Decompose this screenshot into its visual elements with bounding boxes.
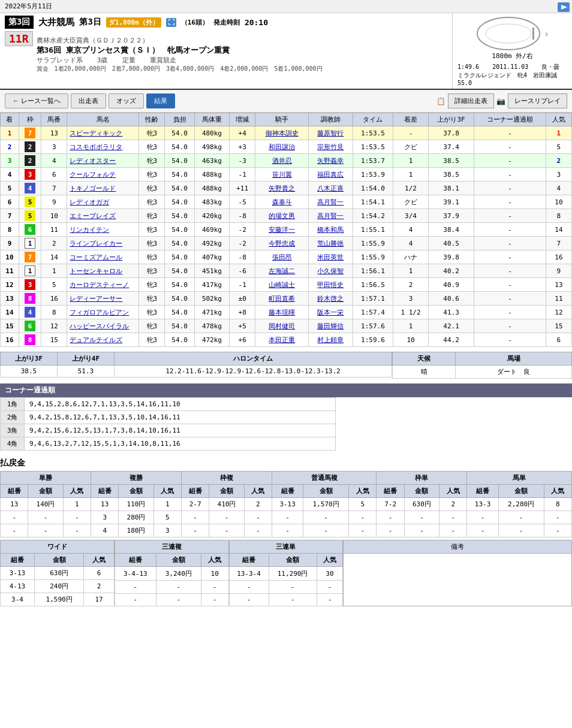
ut-num: 13-3 [467,498,498,511]
trainer-link[interactable]: 福田真広 [317,171,344,179]
cell-agari: 37.4 [428,140,474,154]
jockey-link[interactable]: 本田正重 [269,336,295,344]
card-button[interactable]: 出走表 [71,93,106,108]
horse-link[interactable]: フィガロアルビアン [70,309,129,316]
horse-link[interactable]: ハッピースパイラル [70,322,129,330]
srf-pop: 10 [201,567,228,581]
wf-pop: - [244,524,272,537]
trainer-link[interactable]: 宗形竹見 [317,143,344,151]
cell-pop: 13 [546,278,571,292]
result-button[interactable]: 結果 [146,93,175,108]
wt-pop: - [439,511,467,524]
trainer-link[interactable]: 甲田悟史 [317,281,344,289]
jockey-link[interactable]: 御神本訓史 [266,129,299,137]
jockey-link[interactable]: 今野忠成 [269,240,295,247]
halon-header-row: 上がり3F 上がり4F ハロンタイム [1,352,392,365]
age: 3歳 [97,56,108,64]
breed: サラブレッド系 [37,56,83,64]
srt-amt: 11,290円 [269,567,317,581]
trainer-link[interactable]: 八木正喜 [317,185,344,192]
race-distance: ダ1,800m（外） [109,19,159,26]
horse-link[interactable]: コーミズアムール [70,253,122,261]
horse-link[interactable]: レディーアーサー [70,295,122,303]
cell-waku: 8 [19,292,41,306]
waku-badge: 1 [25,265,35,276]
trainer-link[interactable]: 橋本和馬 [317,226,344,234]
trainer-link[interactable]: 藤田輝信 [317,322,344,330]
svg-rect-2 [532,28,534,40]
trainer-link[interactable]: 鈴木啓之 [317,295,344,303]
cell-time: 1:55.9 [353,250,393,264]
cell-weight: 54.0 [165,292,194,306]
back-button[interactable]: ← レース一覧へ [5,93,68,108]
payout-subheader-row: 組番 金額 人気 組番 金額 人気 組番 金額 人気 組番 金額 人気 組番 金… [1,485,572,498]
trainer-link[interactable]: 米田英世 [317,253,344,261]
jockey-link[interactable]: 矢野貴之 [269,185,295,192]
horse-link[interactable]: デュアルテイルズ [70,336,122,344]
jockey-link[interactable]: 張田昂 [272,253,292,261]
cell-pop: 15 [546,319,571,333]
horse-link[interactable]: レディオスター [70,157,116,165]
cell-jockey: 張田昂 [255,250,309,264]
corner-order: 9,4,2,15,8,12,6,7,1,13,3,5,10,14,16,11 [25,411,336,424]
jockey-link[interactable]: 山崎誠士 [269,281,295,289]
horse-link[interactable]: エミーブレイズ [70,212,116,220]
replay-button[interactable]: レースリプレイ [508,93,567,108]
horse-link[interactable]: トキノゴールド [70,185,116,192]
th-ff-amt: 金額 [303,485,349,498]
race-distance-badge: ダ1,800m（外） [106,17,161,28]
detail-button[interactable]: 詳細出走表 [448,93,494,108]
cell-agari: 40.5 [428,237,474,250]
th-time: タイム [353,113,393,126]
jockey-link[interactable]: 安藤洋一 [269,226,295,234]
cell-rank: 12 [1,278,19,292]
jockey-link[interactable]: 岡村健司 [269,322,295,330]
horse-link[interactable]: クールフォルテ [70,171,116,179]
horse-link[interactable]: トーセンキャロル [70,267,122,275]
trainer-link[interactable]: 矢野義幸 [317,157,344,165]
jockey-link[interactable]: 和田譲治 [269,143,295,151]
trainer-link[interactable]: 藤原智行 [317,129,344,137]
cell-body: 469kg [194,223,229,237]
results-table: 着 枠 馬番 馬名 性齢 負担 馬体重 増減 騎手 調教師 タイム 着差 上がり… [0,113,572,347]
jockey-link[interactable]: 酒井忍 [272,157,292,165]
trainer-link[interactable]: 小久保智 [317,267,344,275]
track-next-icon[interactable]: › [544,28,550,40]
th-ut-num: 組番 [467,485,498,498]
horse-link[interactable]: ラインブレイカー [70,240,122,247]
tansho-pop: 1 [63,498,91,511]
ff-num: 3-13 [272,498,303,511]
cell-body: 417kg [194,278,229,292]
odds-button[interactable]: オッズ [109,93,144,108]
jockey-link[interactable]: 左海誠二 [269,267,295,275]
payout-top-tbody: 13 140円 1 13 110円 1 2-7 410円 2 3-13 1,57… [1,498,572,537]
trainer-link[interactable]: 高月賢一 [317,212,344,220]
trainer-link[interactable]: 高月賢一 [317,198,344,206]
cell-name: ハッピースパイラル [67,319,139,333]
start-time: 20:10 [245,18,268,27]
jockey-link[interactable]: 藤本現暉 [269,309,295,316]
cell-agari: 38.4 [428,223,474,237]
horse-link[interactable]: レディオガガ [70,198,109,206]
jockey-link[interactable]: 森泰斗 [272,198,292,206]
trainer-link[interactable]: 荒山勝徳 [317,240,344,247]
trainer-link[interactable]: 阪本一栄 [317,309,344,316]
jockey-link[interactable]: 町田直希 [269,295,295,303]
jockey-link[interactable]: 笹川翼 [272,171,292,179]
wide-amt: 1,590円 [34,593,83,606]
horse-link[interactable]: コスモボボラリタ [70,143,122,151]
cell-trainer: 藤田輝信 [309,319,353,333]
cell-time: 1:54.2 [353,209,393,223]
sanrentan-row: --- [229,581,343,593]
corner-row: 4角 9,4,6,13,2,7,12,15,5,1,3,14,10,8,11,1… [1,437,336,451]
trainer-link[interactable]: 村上頼章 [317,336,344,344]
horse-link[interactable]: リンカイテン [70,226,109,234]
cell-time: 1:54.0 [353,182,393,195]
track-replay-icon[interactable] [558,2,570,14]
jockey-link[interactable]: 的場文男 [269,212,295,220]
table-row: 14 4 8 フィガロアルビアン 牝3 54.0 471kg +8 藤本現暉 阪… [1,306,572,319]
horse-link[interactable]: カーロデスティーノ [70,281,129,289]
horse-link[interactable]: スピーディキック [70,129,122,137]
sanrenfuku-row: --- [115,593,228,606]
biko-header: 備考 [344,540,571,554]
